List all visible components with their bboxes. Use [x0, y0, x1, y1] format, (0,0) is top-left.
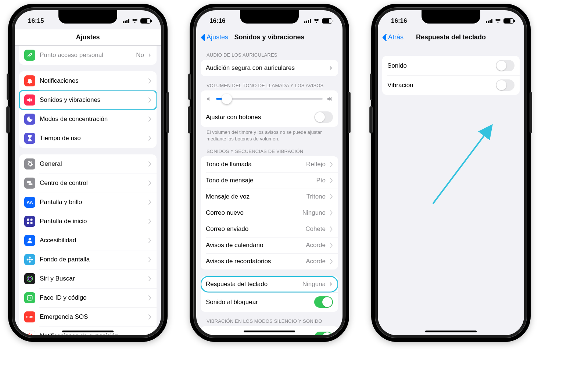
settings-item-vibration[interactable]: Vibración: [382, 75, 520, 95]
cellular-icon: [486, 19, 492, 23]
row-value: Pío: [316, 177, 326, 184]
chevron-right-icon: [148, 333, 151, 335]
settings-item-sound[interactable]: Sonido: [382, 56, 520, 75]
row-value: Cohete: [305, 225, 326, 233]
row-value: Reflejo: [306, 161, 326, 168]
settings-item[interactable]: Tono de mensajePío: [201, 172, 338, 189]
faceid-icon: [24, 292, 35, 303]
row-label: General: [40, 160, 144, 168]
row-value: Acorde: [306, 242, 326, 249]
row-label: Mensaje de voz: [206, 193, 302, 200]
settings-item[interactable]: Avisos de calendarioAcorde: [201, 237, 338, 253]
phone-screen-1: 16:15 Ajustes Punto acceso personal: [15, 10, 161, 335]
battery-icon: [503, 18, 514, 24]
toggle-lock-sound[interactable]: [314, 296, 333, 308]
content-scroll[interactable]: Punto acceso personal No NotificacionesS…: [15, 46, 161, 335]
row-label: Vibración: [387, 82, 491, 89]
back-button[interactable]: Ajustes: [201, 33, 228, 41]
home-indicator[interactable]: [425, 331, 477, 332]
page-title: Sonidos y vibraciones: [234, 33, 304, 41]
settings-item-headphone-safety[interactable]: Audición segura con auriculares: [201, 60, 338, 76]
row-label: Siri y Buscar: [40, 275, 144, 282]
chevron-right-icon: [148, 219, 151, 224]
wifi-icon: [313, 18, 320, 24]
row-label: Correo enviado: [206, 225, 301, 233]
svg-point-6: [29, 259, 31, 261]
link-icon: [24, 50, 35, 61]
chevron-right-icon: [330, 65, 333, 71]
content-scroll[interactable]: Sonido Vibración: [378, 46, 524, 335]
row-label: Notificaciones de exposición: [40, 332, 144, 335]
settings-item[interactable]: Accesibilidad: [19, 231, 157, 250]
row-label: Punto acceso personal: [40, 51, 132, 59]
svg-point-11: [27, 276, 33, 282]
phone-screen-3: 16:16 Atrás Respuesta del teclado: [378, 10, 524, 335]
svg-rect-2: [31, 219, 33, 221]
row-label: Correo nuevo: [206, 209, 298, 217]
nav-bar: Ajustes Sonidos y vibraciones: [196, 29, 343, 46]
row-label: Ajustar con botones: [206, 114, 310, 121]
settings-item-keyboard-feedback[interactable]: Respuesta del teclado Ninguna: [201, 276, 338, 292]
toggle-sound[interactable]: [496, 60, 514, 71]
settings-item[interactable]: Mensaje de vozTritono: [201, 189, 338, 205]
home-indicator[interactable]: [62, 331, 114, 332]
svg-point-5: [29, 238, 31, 240]
chevron-right-icon: [148, 314, 151, 319]
row-label: Sonidos y vibraciones: [40, 96, 144, 104]
settings-item[interactable]: Modos de concentración: [19, 110, 157, 129]
switches-icon: [24, 178, 35, 189]
settings-item-hotspot[interactable]: Punto acceso personal No: [19, 46, 157, 65]
settings-item[interactable]: Correo nuevoNinguno: [201, 205, 338, 221]
settings-item[interactable]: Pantalla de inicio: [19, 212, 157, 231]
row-value: Tritono: [306, 193, 326, 200]
settings-item[interactable]: Fondo de pantalla: [19, 250, 157, 269]
peek-group: Punto acceso personal No: [19, 46, 157, 65]
settings-item[interactable]: Tiempo de uso: [19, 129, 157, 148]
settings-item[interactable]: General: [19, 154, 157, 174]
settings-item[interactable]: Correo enviadoCohete: [201, 221, 338, 237]
row-label: Notificaciones: [40, 77, 144, 85]
content-scroll[interactable]: AUDIO DE LOS AURICULARES Audición segura…: [196, 46, 343, 335]
page-title: Ajustes: [76, 33, 100, 41]
settings-item[interactable]: Sonidos y vibraciones: [19, 90, 157, 110]
chevron-right-icon: [148, 97, 151, 103]
settings-item[interactable]: Notificaciones: [19, 71, 157, 90]
group-title: AUDIO DE LOS AURICULARES: [201, 52, 338, 60]
settings-item[interactable]: Centro de control: [19, 174, 157, 193]
svg-rect-13: [27, 295, 32, 300]
svg-point-10: [31, 259, 33, 261]
row-label: Sonido: [387, 62, 491, 69]
speaker-low-icon: [206, 96, 212, 102]
row-label: Pantalla de inicio: [40, 218, 144, 225]
toggle-change-with-buttons[interactable]: [314, 111, 333, 123]
ringer-volume-slider[interactable]: [201, 90, 338, 107]
wifi-icon: [132, 18, 138, 24]
toggle-vibe[interactable]: [314, 332, 333, 335]
settings-item[interactable]: SOSEmergencia SOS: [19, 307, 157, 326]
status-time: 16:16: [209, 17, 225, 25]
back-button[interactable]: Atrás: [382, 33, 404, 41]
slider-knob[interactable]: [222, 94, 232, 104]
settings-item-change-with-buttons[interactable]: Ajustar con botones: [201, 107, 338, 127]
chevron-right-icon: [148, 295, 151, 300]
chevron-right-icon: [330, 243, 333, 248]
row-label: Modos de concentración: [40, 115, 144, 123]
row-label: Audición segura con auriculares: [206, 64, 326, 72]
home-indicator[interactable]: [244, 331, 295, 332]
settings-item[interactable]: Tono de llamadaReflejo: [201, 156, 338, 172]
nav-bar: Ajustes: [15, 29, 161, 46]
settings-item-lock-sound[interactable]: Sonido al bloquear: [201, 292, 338, 312]
settings-item[interactable]: Face ID y código: [19, 288, 157, 307]
chevron-right-icon: [148, 276, 151, 281]
phone-frame-1: 16:15 Ajustes Punto acceso personal: [8, 4, 168, 342]
toggle-vibration[interactable]: [496, 79, 514, 91]
svg-text:SOS: SOS: [26, 315, 33, 319]
settings-item[interactable]: AAPantalla y brillo: [19, 193, 157, 212]
settings-item[interactable]: Siri y Buscar: [19, 269, 157, 288]
settings-item[interactable]: Avisos de recordatoriosAcorde: [201, 253, 338, 269]
group-title: SONIDOS Y SECUENCIAS DE VIBRACIÓN: [201, 149, 338, 156]
slider-track[interactable]: [216, 98, 323, 100]
chevron-right-icon: [330, 282, 333, 287]
virus-icon: [24, 331, 35, 335]
back-label: Ajustes: [207, 33, 228, 41]
